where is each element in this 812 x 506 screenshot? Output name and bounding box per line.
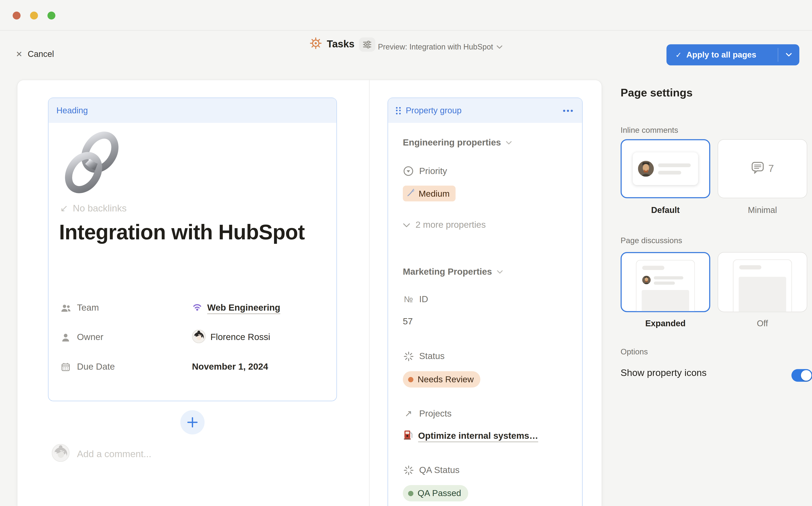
expanded-option-label: Expanded [621, 319, 710, 329]
status-value-pill[interactable]: Needs Review [403, 371, 481, 388]
mini-page-preview [733, 259, 792, 312]
traffic-light-close[interactable] [13, 12, 20, 19]
add-block-button[interactable] [180, 410, 205, 434]
titlebar-divider [0, 30, 812, 30]
owner-avatar [192, 329, 206, 345]
owner-property-row[interactable]: Owner Florence Rossi [60, 330, 270, 345]
portrait-avatar [638, 161, 654, 179]
preview-label: Preview: Integration with HubSpot [378, 43, 493, 51]
drag-handle-icon[interactable] [396, 107, 400, 114]
column-divider [369, 80, 369, 506]
more-properties-toggle[interactable]: 2 more properties [403, 220, 486, 231]
default-option-label: Default [621, 205, 710, 215]
toggle-knob [801, 370, 812, 381]
due-date-property-row[interactable]: Due Date November 1, 2024 [60, 360, 268, 374]
more-properties-label: 2 more properties [416, 220, 486, 231]
inline-comments-default-option[interactable] [621, 139, 710, 198]
traffic-light-minimize[interactable] [30, 12, 38, 19]
page-settings-title: Page settings [621, 86, 693, 99]
text-line [654, 282, 675, 285]
heading-block-card[interactable]: Heading ↙ No [48, 97, 337, 401]
inline-comments-minimal-option[interactable]: 7 [718, 139, 807, 198]
priority-icon [403, 166, 414, 177]
property-group-label: Property group [406, 106, 462, 115]
cancel-label: Cancel [28, 50, 54, 59]
status-spinner-icon [403, 351, 414, 362]
priority-value-tag[interactable]: Medium [403, 186, 455, 201]
apply-to-all-pages-button[interactable]: ✓ Apply to all pages [666, 44, 799, 65]
projects-property-label-row[interactable]: ↗ Projects [403, 408, 451, 419]
page-title[interactable]: Integration with HubSpot [59, 219, 307, 245]
qa-status-value: QA Passed [418, 488, 461, 498]
off-option-label: Off [718, 319, 807, 329]
project-relation-row[interactable]: Optimize internal systems… [403, 429, 538, 443]
qa-status-value-pill[interactable]: QA Passed [403, 485, 468, 501]
team-property-row[interactable]: Team Web Engineering [60, 301, 280, 315]
sliders-icon [363, 40, 372, 48]
due-date-value[interactable]: November 1, 2024 [192, 362, 268, 372]
preview-selector[interactable]: Preview: Integration with HubSpot [378, 43, 503, 51]
property-group-header: Property group ••• [388, 98, 582, 123]
status-dot [408, 377, 414, 382]
comment-preview-card [633, 153, 698, 185]
priority-label: Priority [419, 166, 447, 176]
traffic-light-zoom[interactable] [48, 12, 55, 19]
cancel-button[interactable]: ✕ Cancel [16, 50, 54, 59]
priority-value: Medium [419, 188, 450, 198]
status-property-label-row[interactable]: Status [403, 351, 445, 362]
comment-count: 7 [769, 163, 774, 174]
discussions-off-option[interactable] [718, 252, 807, 312]
more-menu-button[interactable]: ••• [563, 106, 574, 115]
fuel-pump-icon [403, 429, 414, 443]
id-value[interactable]: 57 [403, 316, 413, 327]
chevron-down-icon [497, 270, 503, 274]
group2-title: Marketing Properties [403, 267, 492, 277]
status-value: Needs Review [418, 374, 474, 384]
page-icon-chain-links[interactable] [59, 130, 124, 197]
group1-title: Engineering properties [403, 138, 501, 148]
group-engineering-properties[interactable]: Engineering properties [403, 138, 512, 148]
teamspace-icon [192, 301, 202, 315]
id-property-label-row[interactable]: № ID [403, 294, 428, 305]
chevron-down-icon [786, 53, 792, 57]
backlinks-label: No backlinks [73, 203, 126, 214]
commenter-avatar [52, 444, 70, 464]
helm-wheel-icon [309, 37, 322, 52]
apply-dropdown-button[interactable] [778, 44, 799, 65]
owner-label: Owner [77, 332, 103, 343]
chevron-down-icon [497, 45, 503, 49]
due-date-label: Due Date [77, 362, 115, 372]
content-block [739, 277, 786, 312]
portrait-avatar [642, 276, 651, 286]
relation-arrow-icon: ↗ [403, 408, 414, 419]
people-icon [60, 303, 71, 313]
qa-status-spinner-icon [403, 465, 414, 476]
plus-icon [187, 417, 198, 428]
owner-value[interactable]: Florence Rossi [210, 332, 270, 343]
apply-label: Apply to all pages [687, 50, 756, 60]
team-label: Team [77, 303, 99, 313]
comment-input-row[interactable]: Add a comment... [52, 444, 151, 464]
project-link[interactable]: Optimize internal systems… [418, 431, 538, 441]
backlinks-row[interactable]: ↙ No backlinks [60, 202, 127, 214]
page-preview-panel: Heading ↙ No [17, 80, 602, 506]
comment-placeholder[interactable]: Add a comment... [77, 448, 152, 459]
text-line [654, 276, 684, 279]
show-property-icons-toggle[interactable] [792, 369, 812, 382]
priority-property-label-row[interactable]: Priority [403, 166, 447, 177]
backlink-arrow-icon: ↙ [60, 202, 68, 214]
status-label: Status [419, 351, 445, 362]
team-value-link[interactable]: Web Engineering [207, 303, 280, 313]
property-group-card[interactable]: Property group ••• Engineering propertie… [388, 97, 583, 506]
mini-title-line [642, 266, 664, 270]
chevron-down-icon [403, 223, 410, 228]
page-discussions-label: Page discussions [621, 236, 682, 245]
group-marketing-properties[interactable]: Marketing Properties [403, 267, 503, 277]
comment-bubble-icon [751, 161, 764, 177]
options-label: Options [621, 347, 648, 356]
person-icon [60, 332, 71, 342]
discussions-expanded-option[interactable] [621, 252, 710, 312]
heading-block-header: Heading [49, 98, 336, 123]
layout-options-button[interactable] [359, 37, 375, 52]
qa-status-property-label-row[interactable]: QA Status [403, 465, 459, 476]
